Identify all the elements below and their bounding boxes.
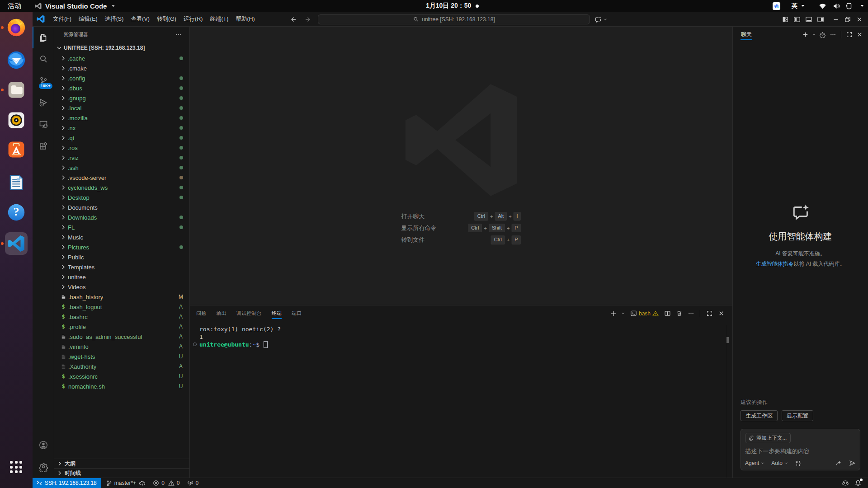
dock-help[interactable]: ? <box>5 201 28 224</box>
timeline-section[interactable]: 时间线 <box>54 468 189 478</box>
tree-row-.cmake[interactable]: .cmake <box>54 63 189 73</box>
activitybar-extensions[interactable] <box>33 135 54 157</box>
chat-tab[interactable]: 聊天 <box>741 27 752 42</box>
dock-files[interactable] <box>5 79 28 101</box>
nav-back-icon[interactable] <box>289 16 297 23</box>
dock-ubuntu-software[interactable] <box>5 138 28 161</box>
tree-row-.vscode-server[interactable]: .vscode-server <box>54 173 189 183</box>
dock-rhythmbox[interactable] <box>5 109 28 131</box>
terminal-profile-dropdown[interactable] <box>620 309 627 319</box>
window-restore-button[interactable] <box>842 12 854 27</box>
system-tray[interactable]: 英 <box>773 0 864 12</box>
explorer-section-header[interactable]: UNITREE [SSH: 192.168.123.18] <box>54 42 189 53</box>
toggle-panel-button[interactable] <box>803 12 815 27</box>
chat-mode-picker[interactable]: Agent <box>745 460 765 466</box>
window-minimize-button[interactable] <box>830 12 842 27</box>
tree-row-.qt[interactable]: .qt <box>54 133 189 143</box>
tree-row-.dbus[interactable]: .dbus <box>54 83 189 93</box>
dock-libreoffice-writer[interactable] <box>5 171 28 194</box>
copilot-status-icon[interactable] <box>842 479 849 487</box>
tree-row-Pictures[interactable]: Pictures <box>54 242 189 252</box>
menu-item[interactable]: 选择(S) <box>101 12 127 26</box>
show-applications-button[interactable] <box>10 461 23 474</box>
tree-row-.bash_history[interactable]: .bash_historyM <box>54 292 189 302</box>
branch-status-item[interactable]: master*+ <box>106 480 146 487</box>
toggle-secondary-sidebar-button[interactable] <box>815 12 826 27</box>
tree-row-.rviz[interactable]: .rviz <box>54 153 189 163</box>
tree-row-.nx[interactable]: .nx <box>54 123 189 133</box>
panel-tab-端口[interactable]: 端口 <box>292 305 302 321</box>
menu-item[interactable]: 文件(F) <box>49 12 75 26</box>
tree-row-.bashrc[interactable]: $.bashrcA <box>54 312 189 322</box>
activitybar-remote-explorer[interactable] <box>33 113 54 135</box>
chat-tools-button[interactable] <box>795 460 802 467</box>
add-context-chip[interactable]: 添加上下文... <box>745 433 791 443</box>
chat-settings-button[interactable] <box>818 30 827 40</box>
menu-item[interactable]: 查看(V) <box>127 12 153 26</box>
dock-firefox[interactable] <box>5 16 28 39</box>
remote-indicator[interactable]: SSH: 192.168.123.18 <box>33 478 101 488</box>
tree-row-nomachine.sh[interactable]: $nomachine.shU <box>54 381 189 391</box>
chat-send-button[interactable] <box>849 460 856 467</box>
suggested-action-button[interactable]: 生成工作区 <box>741 410 778 421</box>
dock-thunderbird[interactable] <box>5 49 28 71</box>
terminal-tab[interactable]: bash <box>630 310 659 317</box>
activitybar-search[interactable] <box>33 48 54 70</box>
tree-row-Documents[interactable]: Documents <box>54 202 189 212</box>
terminal[interactable]: ros:foxy(1) noetic(2) ?1unitree@ubuntu:~… <box>190 321 732 478</box>
panel-tab-终端[interactable]: 终端 <box>272 305 282 321</box>
kill-terminal-button[interactable] <box>674 309 684 319</box>
nav-forward-icon[interactable] <box>305 16 312 23</box>
activities-button[interactable]: 活动 <box>0 0 29 12</box>
tree-row-.wget-hsts[interactable]: .wget-hstsU <box>54 352 189 361</box>
activitybar-source-control[interactable]: 10K+ <box>33 70 54 92</box>
command-center[interactable]: unitree [SSH: 192.168.123.18] <box>318 14 590 24</box>
dock-vscode[interactable] <box>5 232 28 255</box>
copilot-titlebar-button[interactable] <box>594 14 608 25</box>
panel-tab-输出[interactable]: 输出 <box>216 305 226 321</box>
tree-row-.ssh[interactable]: .ssh <box>54 163 189 173</box>
focused-app-title[interactable]: Visual Studio Code <box>35 2 115 10</box>
chat-model-picker[interactable]: Auto <box>771 460 788 466</box>
split-terminal-button[interactable] <box>662 309 672 319</box>
panel-tab-问题[interactable]: 问题 <box>196 305 206 321</box>
customize-layout-button[interactable] <box>779 12 791 27</box>
activitybar-run-debug[interactable] <box>33 92 54 113</box>
menu-item[interactable]: 帮助(H) <box>232 12 258 26</box>
panel-more-actions-button[interactable] <box>686 309 696 319</box>
menu-item[interactable]: 转到(G) <box>153 12 180 26</box>
activitybar-settings[interactable] <box>33 456 54 478</box>
chat-more-actions-button[interactable] <box>828 30 838 40</box>
outline-section[interactable]: 大纲 <box>54 459 189 468</box>
suggested-action-button[interactable]: 显示配置 <box>782 410 813 421</box>
tree-row-Videos[interactable]: Videos <box>54 282 189 292</box>
tree-row-Public[interactable]: Public <box>54 252 189 262</box>
window-close-button[interactable] <box>854 12 865 27</box>
panel-tab-调试控制台[interactable]: 调试控制台 <box>236 305 262 321</box>
tree-row-.xsessionrc[interactable]: $.xsessionrcU <box>54 371 189 381</box>
close-panel-button[interactable] <box>716 309 726 319</box>
new-terminal-button[interactable] <box>609 309 618 319</box>
new-chat-button[interactable] <box>801 30 810 40</box>
chat-redirect-button[interactable] <box>835 460 842 467</box>
tree-row-.mozilla[interactable]: .mozilla <box>54 113 189 123</box>
chat-close-button[interactable] <box>855 30 864 40</box>
new-chat-dropdown[interactable] <box>811 30 817 40</box>
tree-row-.profile[interactable]: $.profileA <box>54 322 189 332</box>
menu-item[interactable]: 终端(T) <box>206 12 232 26</box>
tree-row-Templates[interactable]: Templates <box>54 262 189 272</box>
tree-row-FL[interactable]: FL <box>54 222 189 232</box>
chat-maximize-button[interactable] <box>844 30 854 40</box>
terminal-scrollbar[interactable] <box>726 337 729 343</box>
menu-item[interactable]: 编辑(E) <box>75 12 101 26</box>
tree-row-.viminfo[interactable]: .viminfoA <box>54 342 189 352</box>
toggle-primary-sidebar-button[interactable] <box>791 12 803 27</box>
menu-item[interactable]: 运行(R) <box>180 12 206 26</box>
tree-row-.bash_logout[interactable]: $.bash_logoutA <box>54 302 189 312</box>
chat-input-box[interactable]: 添加上下文... 描述下一步要构建的内容 Agent Auto <box>741 429 860 470</box>
chat-generate-instructions-link[interactable]: 生成智能体指令 <box>755 261 793 267</box>
tree-row-Music[interactable]: Music <box>54 232 189 242</box>
tree-row-.Xauthority[interactable]: .XauthorityA <box>54 361 189 371</box>
tree-row-.ros[interactable]: .ros <box>54 143 189 153</box>
tree-row-cyclonedds_ws[interactable]: cyclonedds_ws <box>54 183 189 192</box>
